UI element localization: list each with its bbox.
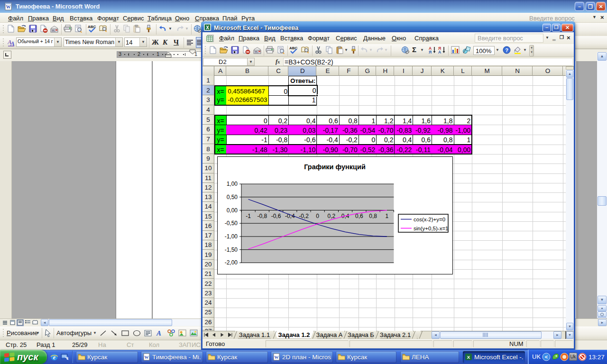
svg-text:W: W xyxy=(145,355,149,360)
svg-text:-0,50: -0,50 xyxy=(225,220,238,227)
svg-text:cos(x-2)+y=0: cos(x-2)+y=0 xyxy=(414,217,445,222)
svg-text:Я: Я xyxy=(429,50,432,54)
svg-text:W: W xyxy=(6,4,11,9)
svg-text:Графики функций: Графики функций xyxy=(304,163,366,171)
svg-text:X: X xyxy=(467,355,470,360)
svg-text:-1,00: -1,00 xyxy=(225,233,238,240)
svg-text:0,00: 0,00 xyxy=(227,207,238,214)
svg-text:1: 1 xyxy=(385,213,388,219)
svg-text:-0,8: -0,8 xyxy=(257,213,267,219)
svg-text:<: < xyxy=(545,354,548,360)
svg-text:X: X xyxy=(206,25,209,30)
svg-text:-1: -1 xyxy=(246,213,251,219)
svg-text:sin(y+0,5)-x=1: sin(y+0,5)-x=1 xyxy=(414,226,449,231)
svg-text:-1,50: -1,50 xyxy=(225,246,238,253)
svg-text:0,8: 0,8 xyxy=(369,213,377,219)
svg-text:W: W xyxy=(275,355,279,360)
svg-text:0,50: 0,50 xyxy=(227,194,238,200)
svg-text:A: A xyxy=(10,40,15,46)
svg-text:0,2: 0,2 xyxy=(328,213,336,219)
svg-text:-0,6: -0,6 xyxy=(271,213,281,219)
svg-text:А: А xyxy=(438,50,441,54)
svg-text:?: ? xyxy=(505,47,508,53)
svg-text:1,00: 1,00 xyxy=(227,181,238,187)
svg-text:A: A xyxy=(156,329,161,337)
svg-text:-2,00: -2,00 xyxy=(225,259,238,266)
svg-text:0: 0 xyxy=(316,213,319,219)
